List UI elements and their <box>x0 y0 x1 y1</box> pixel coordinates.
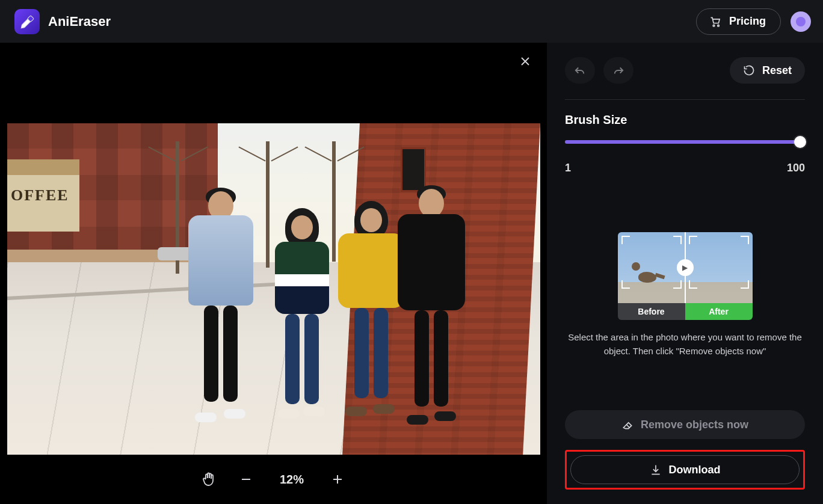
download-label: Download <box>669 464 721 476</box>
pan-tool-button[interactable] <box>200 471 217 488</box>
sidebar: Reset Brush Size 1 100 <box>546 43 823 504</box>
photo-canvas[interactable]: OFFEE <box>7 123 540 455</box>
compare-slider[interactable]: ▶ <box>685 232 686 303</box>
brand: AniEraser <box>14 9 111 34</box>
download-button[interactable]: Download <box>570 455 800 484</box>
cart-icon <box>709 16 722 28</box>
remove-objects-button[interactable]: Remove objects now <box>565 410 805 439</box>
download-highlight: Download <box>565 450 805 490</box>
close-icon <box>520 56 531 67</box>
undo-button[interactable] <box>565 57 595 84</box>
preview-before-label: Before <box>618 303 685 320</box>
chevron-right-icon: ▶ <box>677 259 694 276</box>
redo-button[interactable] <box>603 57 633 84</box>
slider-max-label: 100 <box>787 162 805 174</box>
app-logo-icon <box>14 9 40 34</box>
svg-point-1 <box>713 25 715 26</box>
canvas-footer: 12% <box>0 455 546 504</box>
app-root: AniEraser Pricing <box>0 0 823 504</box>
app-header: AniEraser Pricing <box>0 0 823 43</box>
slider-min-label: 1 <box>565 162 571 174</box>
brush-size-title: Brush Size <box>565 113 805 127</box>
close-button[interactable] <box>520 56 533 69</box>
reset-button[interactable]: Reset <box>730 57 805 84</box>
app-name: AniEraser <box>48 14 111 29</box>
eraser-icon <box>621 419 633 431</box>
redo-icon <box>612 65 625 76</box>
reset-label: Reset <box>762 64 792 77</box>
divider <box>565 99 805 100</box>
preview-before-image <box>618 232 685 303</box>
undo-icon <box>573 65 587 76</box>
download-icon <box>650 464 662 476</box>
zoom-out-button[interactable] <box>238 471 254 488</box>
avatar[interactable] <box>791 11 811 32</box>
before-after-preview: ▶ Before After <box>618 232 753 320</box>
zoom-in-button[interactable] <box>329 471 346 488</box>
svg-point-2 <box>718 25 720 26</box>
brush-size-slider[interactable]: 1 100 <box>565 140 805 174</box>
hand-icon <box>202 472 216 487</box>
pricing-button[interactable]: Pricing <box>696 8 781 35</box>
header-right: Pricing <box>696 8 811 35</box>
photo-sign-text: OFFEE <box>7 159 79 232</box>
sidebar-top: Reset <box>565 57 805 84</box>
reset-icon <box>743 64 755 76</box>
plus-icon <box>331 473 344 485</box>
pricing-label: Pricing <box>729 15 766 28</box>
preview-after-label: After <box>685 303 753 320</box>
remove-objects-label: Remove objects now <box>641 419 748 431</box>
preview-after-image <box>685 232 753 303</box>
main: OFFEE <box>0 43 823 504</box>
zoom-level-label: 12% <box>275 473 309 487</box>
avatar-icon <box>796 17 806 26</box>
slider-thumb[interactable] <box>794 136 806 148</box>
canvas-area: OFFEE <box>0 43 546 504</box>
minus-icon <box>240 473 252 485</box>
hint-text: Select the area in the photo where you w… <box>565 331 805 358</box>
